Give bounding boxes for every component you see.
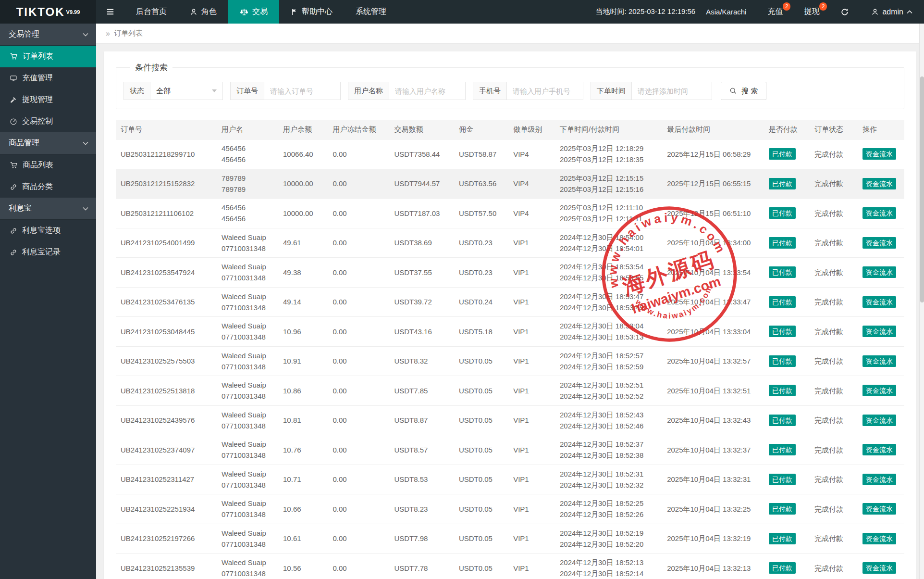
nav-item-label: 帮助中心	[302, 7, 333, 17]
cell-user-name: Waleed Suaip07710031348	[217, 287, 278, 317]
nav-item-home[interactable]: 后台首页	[124, 0, 178, 24]
cell-frozen-amount: 0.00	[328, 494, 389, 524]
cell-order-pay-time: 2024年12月30日 18:54:002024年12月30日 18:54:01	[555, 228, 662, 258]
cell-paid-status: 已付款	[764, 346, 810, 376]
cell-trade-amount: USDT7358.44	[389, 139, 454, 169]
sidebar-group-product-management[interactable]: 商品管理	[0, 132, 96, 154]
sidebar-item-trade-control[interactable]: 交易控制	[0, 111, 96, 132]
cell-trade-amount: USDT8.57	[389, 435, 454, 465]
cell-frozen-amount: 0.00	[328, 554, 389, 579]
order-no-input[interactable]	[264, 82, 341, 100]
cell-order-id: UB2503121211106102	[116, 199, 217, 228]
sidebar-item-order-list[interactable]: 订单列表	[0, 46, 96, 67]
fund-flow-button[interactable]: 资金流水	[862, 533, 896, 544]
cell-trade-amount: USDT7.85	[389, 376, 454, 406]
sidebar-toggle-button[interactable]	[96, 0, 124, 24]
cell-user-name: Waleed Suaip07710031348	[217, 405, 278, 435]
cell-commission: USDT0.05	[454, 435, 508, 465]
sidebar-item-recharge-management[interactable]: 充值管理	[0, 67, 96, 89]
order-no-filter: 订单号	[230, 82, 341, 100]
cell-trade-amount: USDT8.87	[389, 405, 454, 435]
refresh-button[interactable]	[830, 0, 860, 24]
cell-vip-level: VIP1	[508, 376, 555, 406]
cell-order-id: UB2412310253048445	[116, 317, 217, 347]
sidebar-item-product-list[interactable]: 商品列表	[0, 154, 96, 176]
status-select[interactable]: 全部	[150, 82, 223, 100]
cell-user-name: 789789789789	[217, 169, 278, 199]
cell-user-name: Waleed Suaip07710031348	[217, 465, 278, 494]
cell-user-balance: 10.71	[278, 465, 328, 494]
order-row: UB2412310252439576Waleed Suaip0771003134…	[116, 405, 904, 435]
recharge-nav-button[interactable]: 充值 2	[757, 0, 793, 24]
sidebar-group-label: 交易管理	[9, 29, 39, 39]
cell-action: 资金流水	[858, 524, 904, 554]
cell-order-status: 完成付款	[810, 258, 858, 288]
withdraw-nav-button[interactable]: 提现 2	[793, 0, 830, 24]
cell-last-pay-time: 2025年12月15日 06:55:15	[662, 169, 764, 199]
search-button[interactable]: 搜 索	[721, 82, 766, 100]
fund-flow-button[interactable]: 资金流水	[862, 415, 896, 426]
order-row: UB2412310253547924Waleed Suaip0771003134…	[116, 258, 904, 288]
username-input[interactable]	[389, 82, 466, 100]
fund-flow-button[interactable]: 资金流水	[862, 148, 896, 160]
cell-last-pay-time: 2025年10月04日 13:32:57	[662, 346, 764, 376]
sidebar-item-withdraw-management[interactable]: 提现管理	[0, 89, 96, 111]
vertical-scrollbar[interactable]	[919, 24, 924, 579]
cell-user-name: Waleed Suaip07710031348	[217, 346, 278, 376]
screen-icon	[10, 75, 17, 82]
paid-badge: 已付款	[769, 562, 796, 574]
order-no-label: 订单号	[230, 82, 264, 100]
order-list-card: 条件搜索 状态 全部 订单号 用户名称	[104, 51, 916, 579]
fund-flow-button[interactable]: 资金流水	[862, 385, 896, 396]
cell-vip-level: VIP4	[508, 199, 555, 228]
cell-trade-amount: USDT39.72	[389, 287, 454, 317]
recharge-label: 充值	[767, 7, 783, 17]
fund-flow-button[interactable]: 资金流水	[862, 503, 896, 515]
paid-badge: 已付款	[769, 355, 796, 367]
nav-item-system[interactable]: 系统管理	[344, 0, 398, 24]
order-row: UB2412310252374097Waleed Suaip0771003134…	[116, 435, 904, 465]
cell-trade-amount: USDT7.78	[389, 554, 454, 579]
sidebar-group-interest-treasure[interactable]: 利息宝	[0, 198, 96, 220]
cell-order-status: 完成付款	[810, 524, 858, 554]
cell-order-pay-time: 2024年12月30日 18:53:472024年12月30日 18:53:49	[555, 287, 662, 317]
fund-flow-button[interactable]: 资金流水	[862, 474, 896, 485]
cell-paid-status: 已付款	[764, 228, 810, 258]
fund-flow-button[interactable]: 资金流水	[862, 296, 896, 308]
fund-flow-button[interactable]: 资金流水	[862, 444, 896, 455]
cell-order-pay-time: 2024年12月30日 18:53:042024年12月30日 18:53:13	[555, 317, 662, 347]
filter-row: 状态 全部 订单号 用户名称 手机号	[123, 82, 897, 100]
sidebar-item-interest-options[interactable]: 利息宝选项	[0, 220, 96, 241]
phone-input[interactable]	[506, 82, 583, 100]
order-time-input[interactable]	[631, 82, 712, 100]
cell-order-id: UB2412310252251934	[116, 494, 217, 524]
nav-item-trade[interactable]: 交易	[228, 0, 279, 24]
sidebar-group-trade-management[interactable]: 交易管理	[0, 24, 96, 46]
cell-trade-amount: USDT43.16	[389, 317, 454, 347]
scrollbar-thumb[interactable]	[920, 76, 924, 302]
fund-flow-button[interactable]: 资金流水	[862, 355, 896, 367]
fund-flow-button[interactable]: 资金流水	[862, 266, 896, 278]
cell-frozen-amount: 0.00	[328, 139, 389, 169]
fund-flow-button[interactable]: 资金流水	[862, 326, 896, 337]
cell-commission: USDT63.56	[454, 169, 508, 199]
sidebar-item-interest-records[interactable]: 利息宝记录	[0, 241, 96, 263]
cell-commission: USDT0.05	[454, 494, 508, 524]
sidebar-item-product-category[interactable]: 商品分类	[0, 176, 96, 198]
cell-action: 资金流水	[858, 435, 904, 465]
fund-flow-button[interactable]: 资金流水	[862, 237, 896, 249]
cell-action: 资金流水	[858, 139, 904, 169]
admin-menu[interactable]: admin	[860, 0, 924, 24]
cell-order-pay-time: 2024年12月30日 18:52:572024年12月30日 18:52:59	[555, 346, 662, 376]
cell-order-pay-time: 2024年12月30日 18:52:512024年12月30日 18:52:52	[555, 376, 662, 406]
nav-item-help-center[interactable]: 帮助中心	[279, 0, 344, 24]
fund-flow-button[interactable]: 资金流水	[862, 178, 896, 189]
nav-item-roles[interactable]: 角色	[178, 0, 228, 24]
cell-action: 资金流水	[858, 346, 904, 376]
cell-order-pay-time: 2024年12月30日 18:52:192024年12月30日 18:52:20	[555, 524, 662, 554]
fund-flow-button[interactable]: 资金流水	[862, 207, 896, 219]
fund-flow-button[interactable]: 资金流水	[862, 562, 896, 574]
cell-trade-amount: USDT38.69	[389, 228, 454, 258]
cell-last-pay-time: 2025年10月04日 13:33:47	[662, 287, 764, 317]
cell-commission: USDT5.18	[454, 317, 508, 347]
